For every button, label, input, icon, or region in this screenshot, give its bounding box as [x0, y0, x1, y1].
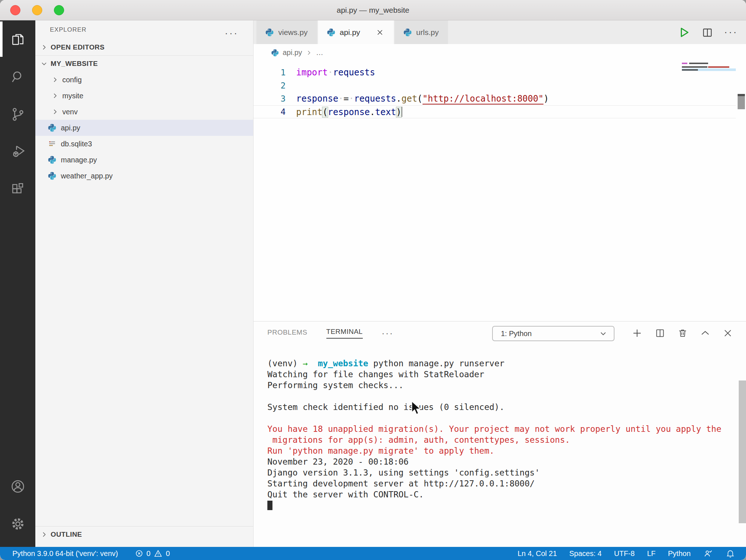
tree-item-label: config — [62, 76, 82, 84]
source-control-icon[interactable] — [0, 95, 35, 133]
database-file-icon — [48, 139, 56, 148]
status-utf-8[interactable]: UTF-8 — [614, 549, 635, 558]
problems-status[interactable]: 0 0 — [135, 549, 170, 558]
terminal-line: Watching for file changes with StatReloa… — [267, 369, 739, 380]
tree-item-mysite[interactable]: mysite — [35, 88, 253, 104]
tab-label: urls.py — [416, 28, 439, 37]
python-interpreter-status[interactable]: Python 3.9.0 64-bit ('venv': venv) — [12, 549, 118, 558]
outline-section[interactable]: OUTLINE — [35, 527, 253, 543]
kill-terminal-icon[interactable] — [678, 328, 688, 338]
more-actions-icon[interactable]: ··· — [724, 27, 738, 38]
chevron-down-icon — [599, 330, 607, 338]
terminal-line: migrations for app(s): admin, auth, cont… — [267, 434, 739, 445]
minimap[interactable] — [682, 62, 736, 106]
tree-item-db.sqlite3[interactable]: db.sqlite3 — [35, 136, 253, 152]
breadcrumb-file[interactable]: api.py — [283, 48, 302, 57]
vscode-window: api.py — my_website — [0, 0, 746, 560]
maximize-panel-icon[interactable] — [700, 328, 710, 338]
status-python[interactable]: Python — [668, 549, 691, 558]
panel-tab-problems[interactable]: PROBLEMS — [267, 328, 307, 338]
python-file-icon — [403, 28, 412, 37]
zoom-window-button[interactable] — [54, 5, 64, 15]
explorer-actions-icon[interactable]: ··· — [225, 28, 239, 39]
explorer-sidebar: EXPLORER ··· OPEN EDITORS MY_WEBSITE con… — [35, 20, 254, 547]
error-icon — [135, 549, 144, 558]
terminal-scrollbar[interactable] — [739, 380, 746, 523]
file-tree: configmysitevenvapi.pydb.sqlite3manage.p… — [35, 72, 253, 184]
panel-header: PROBLEMSTERMINAL··· 1: Python — [254, 322, 746, 345]
new-terminal-icon[interactable] — [632, 328, 643, 339]
python-file-icon — [271, 49, 279, 57]
extensions-icon[interactable] — [0, 170, 35, 208]
panel-tab-terminal[interactable]: TERMINAL — [326, 328, 363, 339]
split-terminal-icon[interactable] — [655, 328, 665, 338]
tree-item-label: api.py — [61, 124, 80, 132]
code-line-1[interactable]: 1import·requests — [254, 66, 736, 79]
tree-item-config[interactable]: config — [35, 72, 253, 88]
feedback-icon[interactable] — [703, 548, 713, 559]
close-tab-icon[interactable] — [376, 28, 384, 37]
close-window-button[interactable] — [10, 5, 20, 15]
chevron-right-icon — [51, 108, 59, 115]
title-bar[interactable]: api.py — my_website — [0, 0, 746, 20]
sidebar-title: EXPLORER — [50, 26, 87, 33]
tree-item-manage.py[interactable]: manage.py — [35, 152, 253, 168]
tree-item-weather_app.py[interactable]: weather_app.py — [35, 168, 253, 184]
terminal-cursor — [267, 501, 272, 510]
files-icon — [10, 32, 25, 47]
traffic-lights — [10, 5, 64, 15]
terminal-line: Quit the server with CONTROL-C. — [267, 489, 739, 500]
code-line-2[interactable]: 2 — [254, 79, 736, 92]
editor-scrollbar[interactable] — [738, 94, 745, 109]
window-title: api.py — my_website — [337, 6, 409, 15]
open-editors-section[interactable]: OPEN EDITORS — [35, 39, 253, 55]
tab-views.py[interactable]: views.py — [256, 20, 317, 44]
tab-api.py[interactable]: api.py — [318, 20, 394, 44]
panel-more-actions-icon[interactable]: ··· — [382, 328, 394, 338]
explorer-icon[interactable] — [0, 20, 35, 58]
code-line-4[interactable]: 4print(response.text) — [254, 105, 736, 118]
code-line-3[interactable]: 3response·=·requests.get("http://localho… — [254, 92, 736, 105]
tree-item-label: manage.py — [61, 156, 97, 164]
run-file-button[interactable] — [678, 26, 691, 39]
open-editors-label: OPEN EDITORS — [51, 43, 105, 51]
outline-label: OUTLINE — [51, 531, 82, 539]
tree-item-api.py[interactable]: api.py — [35, 120, 253, 136]
terminal-line: Django version 3.1.3, using settings 'co… — [267, 467, 739, 478]
workspace-folder-section[interactable]: MY_WEBSITE — [35, 56, 253, 72]
chevron-right-icon — [51, 92, 59, 99]
notifications-bell-icon[interactable] — [726, 549, 735, 558]
status-spaces-4[interactable]: Spaces: 4 — [569, 549, 602, 558]
tab-label: api.py — [340, 28, 360, 37]
breadcrumb[interactable]: api.py … — [254, 44, 746, 61]
terminal-line: System check identified no issues (0 sil… — [267, 402, 739, 413]
breadcrumb-more[interactable]: … — [316, 48, 323, 57]
terminal-line: Run 'python manage.py migrate' to apply … — [267, 445, 739, 456]
chevron-right-icon — [51, 76, 59, 83]
terminal-select[interactable]: 1: Python — [492, 326, 615, 341]
status-bar: Python 3.9.0 64-bit ('venv': venv) 0 0 L… — [0, 547, 746, 560]
text-caret — [401, 107, 402, 117]
terminal-line: (venv) → my_website python manage.py run… — [267, 358, 739, 369]
line-number: 3 — [254, 94, 290, 103]
run-debug-icon[interactable] — [0, 133, 35, 170]
close-panel-icon[interactable] — [723, 328, 733, 338]
tree-item-label: weather_app.py — [61, 172, 113, 180]
tree-item-label: venv — [62, 108, 78, 116]
code-line-text: import·requests — [290, 67, 375, 78]
settings-gear-icon[interactable] — [0, 505, 35, 543]
status-ln-4-col-21[interactable]: Ln 4, Col 21 — [518, 549, 557, 558]
split-editor-icon[interactable] — [702, 27, 713, 38]
terminal-output[interactable]: (venv) → my_website python manage.py run… — [267, 345, 739, 547]
code-editor[interactable]: 1import·requests23response·=·requests.ge… — [254, 61, 746, 321]
line-number: 4 — [254, 107, 290, 117]
status-lf[interactable]: LF — [647, 549, 655, 558]
line-number: 1 — [254, 68, 290, 77]
minimize-window-button[interactable] — [32, 5, 42, 15]
tree-item-venv[interactable]: venv — [35, 104, 253, 120]
warning-count: 0 — [166, 549, 170, 558]
python-file-icon — [48, 171, 56, 180]
tab-urls.py[interactable]: urls.py — [394, 20, 448, 44]
search-icon[interactable] — [0, 58, 35, 95]
account-icon[interactable] — [0, 468, 35, 505]
